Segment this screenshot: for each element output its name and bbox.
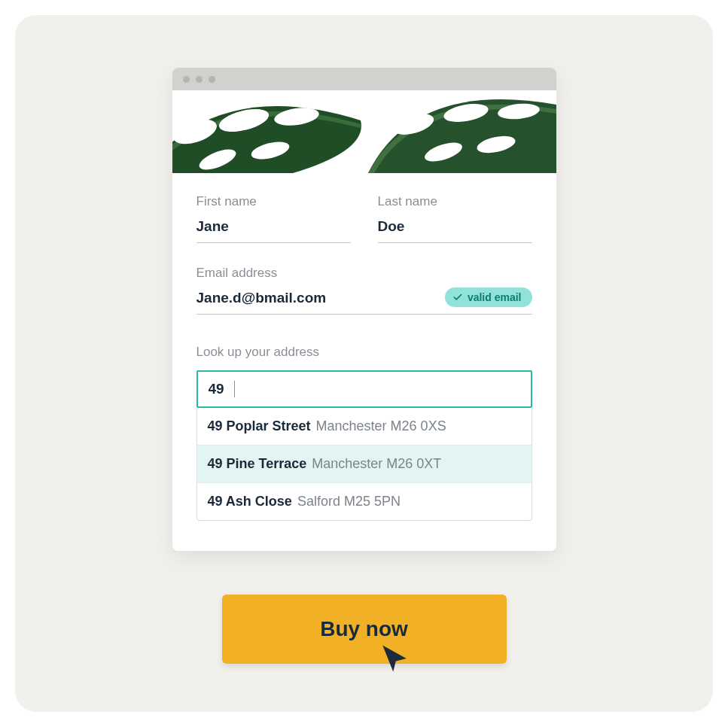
buy-now-button[interactable]: Buy now <box>222 595 507 664</box>
address-suggestions: 49 Poplar Street Manchester M26 0XS49 Pi… <box>196 408 532 521</box>
address-lookup-label: Look up your address <box>196 345 532 360</box>
suggestion-street: 49 Poplar Street <box>208 418 315 433</box>
address-suggestion[interactable]: 49 Ash Close Salford M25 5PN <box>197 482 532 520</box>
address-suggestion[interactable]: 49 Poplar Street Manchester M26 0XS <box>197 408 532 445</box>
traffic-light-icon <box>209 76 215 83</box>
valid-email-badge: valid email <box>445 287 532 307</box>
last-name-input[interactable] <box>378 218 532 243</box>
hero-image <box>172 90 556 173</box>
first-name-input[interactable] <box>196 218 351 243</box>
last-name-label: Last name <box>378 194 532 209</box>
suggestion-locality: Manchester M26 0XS <box>316 418 446 433</box>
address-suggestion[interactable]: 49 Pine Terrace Manchester M26 0XT <box>197 445 532 482</box>
first-name-field: First name <box>196 194 351 243</box>
browser-window: First name Last name Email address valid… <box>172 68 556 551</box>
window-titlebar <box>172 68 556 90</box>
first-name-label: First name <box>196 194 351 209</box>
suggestion-locality: Salford M25 5PN <box>297 494 401 509</box>
traffic-light-icon <box>183 76 190 83</box>
cursor-icon <box>379 643 410 674</box>
email-label: Email address <box>196 266 532 281</box>
valid-email-text: valid email <box>468 291 522 303</box>
last-name-field: Last name <box>378 194 532 243</box>
address-input-wrap[interactable] <box>196 370 532 408</box>
canvas: First name Last name Email address valid… <box>15 15 713 712</box>
check-icon <box>452 292 463 303</box>
buy-now-wrap: Buy now <box>222 595 507 664</box>
traffic-light-icon <box>196 76 203 83</box>
suggestion-street: 49 Pine Terrace <box>208 456 311 471</box>
text-caret-icon <box>234 381 235 397</box>
checkout-form: First name Last name Email address valid… <box>172 173 556 551</box>
suggestion-street: 49 Ash Close <box>208 494 296 509</box>
suggestion-locality: Manchester M26 0XT <box>312 456 441 471</box>
address-input[interactable] <box>198 372 243 406</box>
